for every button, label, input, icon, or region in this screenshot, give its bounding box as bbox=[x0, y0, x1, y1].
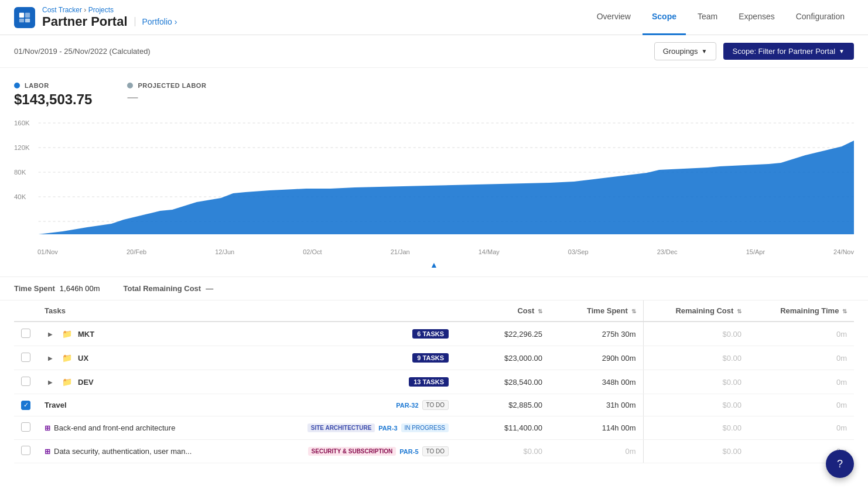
row-mkt-checkbox-cell bbox=[14, 322, 37, 346]
scope-filter-button[interactable]: Scope: Filter for Partner Portal ▼ bbox=[723, 43, 854, 60]
th-checkbox bbox=[14, 300, 37, 322]
row-ux-checkbox[interactable] bbox=[21, 353, 30, 362]
row-backend-rem-cost: $0.00 bbox=[643, 416, 749, 440]
row-dev-task: ▶ 📁 DEV 13 TASKS bbox=[37, 370, 456, 394]
chart-area: 160K 120K 80K 40K bbox=[14, 117, 854, 246]
breadcrumb-cost-tracker[interactable]: Cost Tracker bbox=[42, 6, 82, 14]
legend-labor: LABOR $143,503.75 bbox=[14, 82, 92, 108]
header-left: Cost Tracker › Projects Partner Portal P… bbox=[14, 6, 177, 29]
nav-scope[interactable]: Scope bbox=[643, 0, 686, 35]
x-label-7: 23/Dec bbox=[657, 248, 678, 255]
row-backend-checkbox[interactable] bbox=[21, 422, 30, 432]
legend-projected-label: PROJECTED LABOR bbox=[138, 82, 206, 89]
backend-status: IN PROGRESS bbox=[401, 423, 449, 432]
row-travel-rem-time: 0m bbox=[749, 394, 854, 416]
row-ux-task: ▶ 📁 UX 9 TASKS bbox=[37, 346, 456, 370]
nav-expenses[interactable]: Expenses bbox=[729, 0, 784, 35]
legend-projected-dot bbox=[127, 83, 133, 88]
table-row: ⊞ Back-end and front-end architecture SI… bbox=[14, 416, 854, 440]
nav-team[interactable]: Team bbox=[688, 0, 727, 35]
portfolio-link[interactable]: Portfolio › bbox=[135, 17, 177, 26]
date-range: 01/Nov/2019 - 25/Nov/2022 (Calculated) bbox=[14, 47, 151, 56]
backend-par-id[interactable]: PAR-3 bbox=[378, 425, 397, 432]
row-mkt-rem-time: 0m bbox=[749, 322, 854, 346]
x-label-0: 01/Nov bbox=[37, 248, 58, 255]
svg-text:160K: 160K bbox=[14, 119, 30, 127]
x-label-5: 14/May bbox=[479, 248, 500, 255]
row-security-cost: $0.00 bbox=[456, 440, 549, 463]
nav-overview[interactable]: Overview bbox=[587, 0, 640, 35]
th-time-spent[interactable]: Time Spent ⇅ bbox=[549, 300, 643, 322]
row-mkt-time: 275h 30m bbox=[549, 322, 643, 346]
breadcrumb: Cost Tracker › Projects bbox=[42, 6, 177, 14]
row-dev-checkbox[interactable] bbox=[21, 377, 30, 386]
nav-configuration[interactable]: Configuration bbox=[787, 0, 854, 35]
row-dev-time: 348h 00m bbox=[549, 370, 643, 394]
row-security-rem-cost: $0.00 bbox=[643, 440, 749, 463]
legend-labor-dot bbox=[14, 83, 20, 88]
chart-collapse-button[interactable]: ▲ bbox=[14, 258, 854, 276]
legend-labor-value: $143,503.75 bbox=[14, 91, 92, 108]
row-backend-task: ⊞ Back-end and front-end architecture SI… bbox=[37, 416, 456, 440]
time-spent-label: Time Spent bbox=[14, 284, 55, 293]
breadcrumb-projects[interactable]: Projects bbox=[88, 6, 114, 14]
svg-rect-2 bbox=[19, 18, 24, 22]
table-row: ▶ 📁 UX 9 TASKS $23,000.00 290h 00m $0.00… bbox=[14, 346, 854, 370]
task-name-ux: UX bbox=[78, 354, 88, 363]
rem-time-sort-icon: ⇅ bbox=[842, 308, 847, 315]
th-remaining-cost[interactable]: Remaining Cost ⇅ bbox=[643, 300, 749, 322]
svg-rect-1 bbox=[25, 12, 30, 17]
task-name-dev: DEV bbox=[78, 378, 94, 387]
table-row: ▶ 📁 MKT 6 TASKS $22,296.25 275h 30m $0.0… bbox=[14, 322, 854, 346]
row-travel-task: Travel PAR-32 TO DO bbox=[37, 394, 456, 416]
row-backend-time: 114h 00m bbox=[549, 416, 643, 440]
breadcrumb-sep: › bbox=[84, 6, 86, 14]
legend-projected-value: — bbox=[127, 91, 206, 104]
row-ux-time: 290h 00m bbox=[549, 346, 643, 370]
svg-text:120K: 120K bbox=[14, 144, 30, 151]
row-ux-checkbox-cell bbox=[14, 346, 37, 370]
folder-icon-ux: 📁 bbox=[62, 353, 72, 363]
row-backend-checkbox-cell bbox=[14, 416, 37, 440]
expand-mkt[interactable]: ▶ bbox=[45, 328, 56, 340]
x-label-3: 02/Oct bbox=[303, 248, 322, 255]
time-sort-icon: ⇅ bbox=[631, 308, 636, 315]
nav-menu: Overview Scope Team Expenses Configurati… bbox=[587, 0, 854, 35]
row-security-checkbox[interactable] bbox=[21, 446, 30, 455]
row-backend-cost: $11,400.00 bbox=[456, 416, 549, 440]
row-ux-cost: $23,000.00 bbox=[456, 346, 549, 370]
security-par-id[interactable]: PAR-5 bbox=[399, 448, 418, 455]
row-mkt-cost: $22,296.25 bbox=[456, 322, 549, 346]
table-row: Travel PAR-32 TO DO $2,885.00 31h 00m $0… bbox=[14, 394, 854, 416]
row-mkt-checkbox[interactable] bbox=[21, 329, 30, 338]
th-remaining-time[interactable]: Remaining Time ⇅ bbox=[749, 300, 854, 322]
expand-dev[interactable]: ▶ bbox=[45, 376, 56, 388]
row-mkt-rem-cost: $0.00 bbox=[643, 322, 749, 346]
remaining-cost-value: — bbox=[206, 284, 213, 293]
remaining-cost-summary: Total Remaining Cost — bbox=[124, 284, 214, 293]
table-row: ▶ 📁 DEV 13 TASKS $28,540.00 348h 00m $0.… bbox=[14, 370, 854, 394]
th-cost[interactable]: Cost ⇅ bbox=[456, 300, 549, 322]
header-title-area: Cost Tracker › Projects Partner Portal P… bbox=[42, 6, 177, 29]
chevron-down-icon: ▼ bbox=[702, 48, 708, 54]
task-name-mkt: MKT bbox=[78, 330, 94, 339]
row-travel-checkbox[interactable] bbox=[21, 401, 30, 410]
toolbar: 01/Nov/2019 - 25/Nov/2022 (Calculated) G… bbox=[0, 35, 868, 68]
table-row: ⊞ Data security, authentication, user ma… bbox=[14, 440, 854, 463]
travel-status: TO DO bbox=[422, 400, 449, 410]
x-label-9: 24/Nov bbox=[833, 248, 854, 255]
groupings-button[interactable]: Groupings ▼ bbox=[654, 42, 716, 60]
table-body: ▶ 📁 MKT 6 TASKS $22,296.25 275h 30m $0.0… bbox=[14, 322, 854, 463]
expand-ux[interactable]: ▶ bbox=[45, 352, 56, 364]
app-header: Cost Tracker › Projects Partner Portal P… bbox=[0, 0, 868, 35]
row-dev-cost: $28,540.00 bbox=[456, 370, 549, 394]
svg-rect-0 bbox=[19, 12, 24, 17]
travel-par-id[interactable]: PAR-32 bbox=[396, 402, 418, 409]
task-name-travel: Travel bbox=[45, 401, 67, 409]
chart-section: LABOR $143,503.75 PROJECTED LABOR — 160K… bbox=[0, 68, 868, 276]
folder-icon-mkt: 📁 bbox=[62, 329, 72, 339]
svg-rect-3 bbox=[25, 18, 30, 22]
toolbar-right: Groupings ▼ Scope: Filter for Partner Po… bbox=[654, 42, 854, 60]
remaining-cost-label: Total Remaining Cost bbox=[124, 284, 201, 293]
row-travel-cost: $2,885.00 bbox=[456, 394, 549, 416]
